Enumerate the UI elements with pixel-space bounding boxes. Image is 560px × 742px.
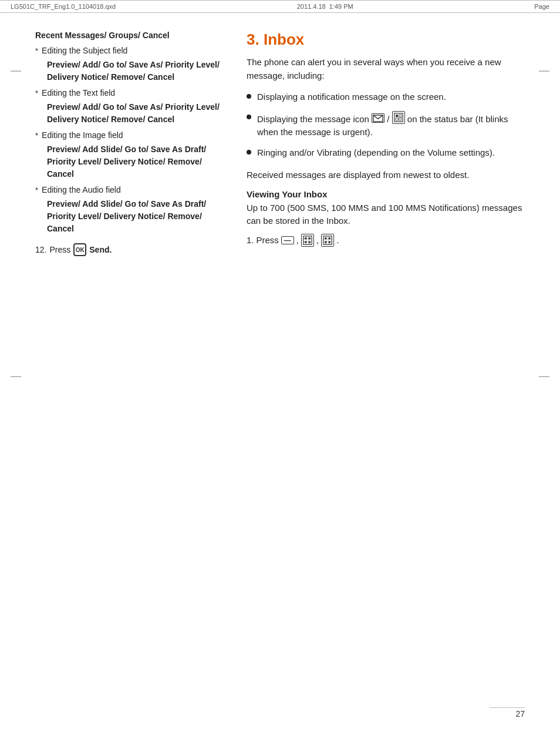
intro-text: The phone can alert you in several ways … bbox=[247, 56, 525, 82]
margin-mark-left-mid bbox=[11, 376, 21, 377]
bullet-dot-3 bbox=[247, 150, 251, 155]
svg-rect-9 bbox=[305, 241, 306, 243]
subitem-subject-options: Preview/ Add/ Go to/ Save As/ Priority L… bbox=[47, 59, 223, 83]
envelope-icon bbox=[372, 113, 384, 123]
bullet-dot-1 bbox=[247, 94, 251, 99]
press-12-number: 12. bbox=[35, 245, 46, 254]
bullet-text-2: Displaying the message icon / bbox=[257, 111, 525, 139]
press-1-period: . bbox=[336, 235, 339, 245]
subitem-text: * Editing the Text field bbox=[35, 88, 223, 98]
right-column: 3. Inbox The phone can alert you in seve… bbox=[247, 31, 525, 256]
subitem-text-options: Preview/ Add/ Go to/ Save As/ Priority L… bbox=[47, 101, 223, 126]
minus-icon: — bbox=[281, 236, 294, 244]
bullet-item-2: Displaying the message icon / bbox=[247, 111, 525, 139]
svg-rect-16 bbox=[325, 237, 326, 239]
subitem-subject-label: Editing the Subject field bbox=[42, 46, 127, 55]
header-bar: LG501C_TRF_Eng1.0_1104018.qxd 2011.4.18 … bbox=[0, 0, 560, 13]
margin-mark-right-top bbox=[539, 70, 549, 72]
phone-grid-icon-3 bbox=[321, 234, 334, 247]
page-container: LG501C_TRF_Eng1.0_1104018.qxd 2011.4.18 … bbox=[0, 0, 560, 742]
viewing-header: Viewing Your Inbox bbox=[247, 189, 525, 199]
svg-rect-5 bbox=[399, 117, 401, 120]
ok-icon: OK bbox=[73, 243, 86, 256]
svg-rect-17 bbox=[329, 237, 330, 239]
bullet-item-3: Ringing and/or Vibrating (depending on t… bbox=[247, 146, 525, 160]
star-text: * bbox=[35, 89, 38, 98]
header-left: LG501C_TRF_Eng1.0_1104018.qxd bbox=[11, 3, 116, 10]
svg-rect-6 bbox=[303, 236, 312, 244]
section-title: 3. Inbox bbox=[247, 31, 525, 49]
main-content: Recent Messages/ Groups/ Cancel * Editin… bbox=[0, 13, 560, 280]
subitem-image-label: Editing the Image field bbox=[42, 130, 123, 140]
svg-rect-18 bbox=[325, 241, 326, 243]
svg-rect-7 bbox=[305, 237, 306, 239]
press-1-comma1: , bbox=[296, 235, 299, 245]
svg-rect-4 bbox=[396, 117, 398, 120]
header-right: Page bbox=[534, 3, 549, 10]
svg-rect-3 bbox=[399, 115, 401, 117]
subitem-audio: * Editing the Audio field bbox=[35, 185, 223, 194]
subitem-image-options: Preview/ Add Slide/ Go to/ Save As Draft… bbox=[47, 143, 223, 180]
phone-grid-icon-2 bbox=[301, 234, 314, 247]
footer-line bbox=[490, 707, 525, 709]
press-1-number: 1. bbox=[247, 235, 254, 245]
press-1-text: Press bbox=[257, 235, 279, 245]
margin-mark-left-top bbox=[11, 70, 21, 72]
header-item-group: Recent Messages/ Groups/ Cancel bbox=[35, 31, 223, 40]
bullet-dot-2 bbox=[247, 115, 251, 119]
subitem-subject: * Editing the Subject field bbox=[35, 46, 223, 55]
received-text: Received messages are displayed from new… bbox=[247, 169, 525, 182]
recent-messages-header: Recent Messages/ Groups/ Cancel bbox=[35, 31, 223, 40]
press-12-text: Press bbox=[49, 245, 70, 254]
svg-rect-2 bbox=[396, 115, 398, 117]
viewing-body: Up to 700 (500 SMS, 100 MMS and 100 MMS … bbox=[247, 202, 525, 228]
svg-rect-15 bbox=[323, 236, 332, 244]
bullet-text-1: Displaying a notification message on the… bbox=[257, 90, 446, 104]
bullet-list: Displaying a notification message on the… bbox=[247, 90, 525, 159]
star-subject: * bbox=[35, 46, 38, 55]
subitem-text-label: Editing the Text field bbox=[42, 88, 115, 98]
press-1-line: 1. Press — , bbox=[247, 234, 525, 247]
press-12-line: 12. Press OK Send. bbox=[35, 243, 223, 256]
phone-grid-icon bbox=[392, 111, 405, 124]
subitem-audio-options: Preview/ Add Slide/ Go to/ Save As Draft… bbox=[47, 198, 223, 235]
svg-rect-8 bbox=[309, 237, 311, 239]
press-12-bold: Send. bbox=[89, 245, 112, 254]
star-audio: * bbox=[35, 186, 38, 194]
svg-rect-10 bbox=[309, 241, 311, 243]
subitem-image: * Editing the Image field bbox=[35, 130, 223, 140]
margin-mark-right-mid bbox=[539, 376, 549, 377]
svg-rect-19 bbox=[329, 241, 330, 243]
bullet-text-3: Ringing and/or Vibrating (depending on t… bbox=[257, 146, 495, 160]
left-column: Recent Messages/ Groups/ Cancel * Editin… bbox=[35, 31, 223, 256]
header-center: 2011.4.18 1:49 PM bbox=[297, 3, 353, 10]
bullet-item-1: Displaying a notification message on the… bbox=[247, 90, 525, 104]
star-image: * bbox=[35, 131, 38, 140]
press-1-comma2: , bbox=[316, 235, 319, 245]
subitem-audio-label: Editing the Audio field bbox=[42, 185, 121, 194]
page-number: 27 bbox=[515, 709, 525, 719]
